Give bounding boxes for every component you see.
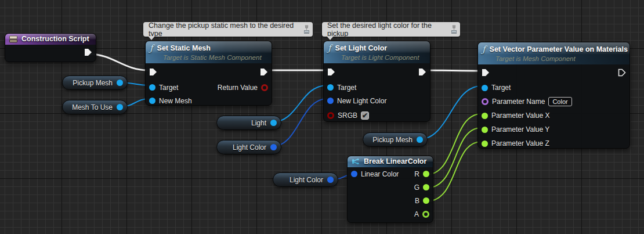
new-light-color-pin[interactable] bbox=[327, 98, 334, 104]
light-color-2-out-pin[interactable] bbox=[327, 177, 334, 183]
node-title: Set Vector Parameter Value on Materials bbox=[490, 45, 628, 53]
node-subtitle: Target is Mesh Component bbox=[495, 55, 625, 62]
node-construction-script[interactable]: Construction Script bbox=[5, 33, 96, 62]
node-title: Construction Script bbox=[21, 35, 89, 43]
comment-bubble-light-color[interactable]: Set the desired light color for the pick… bbox=[322, 22, 460, 37]
pickup-mesh-out-pin[interactable] bbox=[117, 80, 123, 86]
comment-text: Set the desired light color for the pick… bbox=[327, 21, 448, 38]
function-icon: ƒ bbox=[482, 44, 486, 55]
variable-pill-pickup-mesh-2[interactable]: Pickup Mesh bbox=[363, 132, 428, 147]
light-color-out-pin[interactable] bbox=[270, 144, 277, 150]
exec-in-pin[interactable] bbox=[482, 69, 490, 77]
exec-in-pin[interactable] bbox=[327, 68, 335, 76]
exec-out-pin[interactable] bbox=[260, 68, 268, 76]
light-out-pin[interactable] bbox=[270, 120, 277, 126]
node-title: Set Light Color bbox=[335, 44, 388, 52]
exec-out-pin[interactable] bbox=[418, 68, 426, 76]
srgb-checkbox[interactable]: ✔ bbox=[361, 111, 369, 120]
variable-pill-light-color-2[interactable]: Light Color bbox=[273, 172, 338, 187]
comment-bubble-static-mesh[interactable]: Change the pickup static mesh to the des… bbox=[143, 22, 313, 37]
new-mesh-pin[interactable] bbox=[149, 98, 155, 104]
node-set-static-mesh[interactable]: ƒ Set Static Mesh Target is Static Mesh … bbox=[145, 41, 272, 106]
target-pin[interactable] bbox=[149, 84, 155, 91]
variable-pill-light-color[interactable]: Light Color bbox=[216, 140, 281, 154]
comment-bubble-pin-icon[interactable] bbox=[304, 25, 309, 34]
node-break-linearcolor[interactable]: Break LinearColor Linear Color R G B bbox=[347, 156, 433, 223]
return-value-pin[interactable] bbox=[261, 84, 268, 91]
b-pin[interactable] bbox=[423, 197, 429, 204]
srgb-pin[interactable] bbox=[327, 112, 334, 119]
exec-wire-construction-to-setstaticmesh[interactable] bbox=[88, 54, 149, 70]
comment-bubble-pin-icon[interactable] bbox=[451, 25, 457, 34]
variable-pill-mesh-to-use[interactable]: Mesh To Use bbox=[62, 100, 128, 114]
node-set-light-color[interactable]: ƒ Set Light Color Target is Light Compon… bbox=[323, 41, 430, 122]
r-pin[interactable] bbox=[423, 171, 429, 177]
pickup-mesh-2-out-pin[interactable] bbox=[417, 136, 423, 143]
g-pin[interactable] bbox=[423, 184, 429, 190]
variable-pill-light[interactable]: Light bbox=[216, 116, 281, 130]
node-subtitle: Target is Static Mesh Component bbox=[163, 54, 267, 61]
comment-text: Change the pickup static mesh to the des… bbox=[149, 21, 301, 38]
wire-light-to-target[interactable] bbox=[271, 85, 327, 123]
parameter-name-input[interactable]: Color bbox=[548, 97, 571, 106]
wire-b-to-paramz[interactable] bbox=[426, 142, 482, 201]
node-subtitle: Target is Light Component bbox=[341, 54, 425, 61]
parameter-value-y-pin[interactable] bbox=[482, 127, 488, 133]
node-set-vector-parameter[interactable]: ƒ Set Vector Parameter Value on Material… bbox=[477, 42, 630, 149]
linear-color-pin[interactable] bbox=[351, 171, 357, 177]
break-struct-icon bbox=[352, 158, 360, 165]
wire-r-to-paramx[interactable] bbox=[426, 114, 482, 175]
target-pin[interactable] bbox=[327, 84, 334, 91]
construction-script-icon bbox=[9, 35, 17, 43]
mesh-to-use-out-pin[interactable] bbox=[117, 104, 123, 110]
parameter-value-x-pin[interactable] bbox=[482, 113, 488, 119]
function-icon: ƒ bbox=[328, 43, 331, 53]
exec-out-pin[interactable] bbox=[618, 69, 626, 77]
wire-g-to-paramy[interactable] bbox=[426, 128, 482, 188]
parameter-name-pin[interactable] bbox=[482, 98, 489, 105]
target-pin[interactable] bbox=[482, 85, 488, 91]
parameter-value-z-pin[interactable] bbox=[482, 141, 488, 147]
a-pin[interactable] bbox=[422, 211, 429, 218]
variable-pill-pickup-mesh[interactable]: Pickup Mesh bbox=[62, 75, 128, 90]
node-title: Break LinearColor bbox=[364, 157, 426, 165]
exec-in-pin[interactable] bbox=[149, 68, 157, 76]
exec-wire-setlightcolor-to-setvector[interactable] bbox=[423, 70, 482, 71]
graph-canvas[interactable]: Change the pickup static mesh to the des… bbox=[0, 0, 644, 234]
node-title: Set Static Mesh bbox=[157, 44, 211, 52]
function-icon: ƒ bbox=[150, 43, 153, 53]
exec-out-pin[interactable] bbox=[84, 48, 92, 56]
